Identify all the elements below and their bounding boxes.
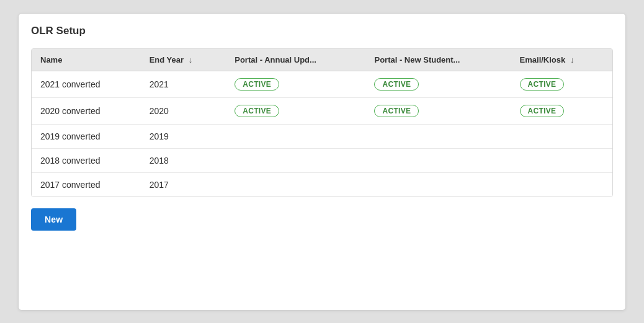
col-header-portal-annual[interactable]: Portal - Annual Upd... xyxy=(226,49,365,71)
cell-end_year: 2020 xyxy=(141,97,226,124)
cell-portal_annual: ACTIVE xyxy=(226,97,365,124)
cell-email_kiosk xyxy=(511,148,612,172)
table-header-row: Name End Year ↓ Portal - Annual Upd... P… xyxy=(32,49,612,71)
cell-portal_new_student: ACTIVE xyxy=(365,71,511,97)
cell-email_kiosk xyxy=(511,124,612,148)
cell-email_kiosk xyxy=(511,172,612,197)
cell-end_year: 2019 xyxy=(141,124,226,148)
cell-name: 2017 converted xyxy=(32,172,141,197)
sort-arrow-end-year: ↓ xyxy=(189,55,193,64)
active-badge: ACTIVE xyxy=(520,105,565,117)
cell-portal_annual xyxy=(226,148,365,172)
cell-portal_annual xyxy=(226,124,365,148)
table-row[interactable]: 2017 converted2017 xyxy=(32,172,612,197)
cell-name: 2020 converted xyxy=(32,97,141,124)
col-header-end-year[interactable]: End Year ↓ xyxy=(141,49,226,71)
cell-portal_new_student xyxy=(365,148,511,172)
new-button[interactable]: New xyxy=(31,208,76,231)
cell-name: 2018 converted xyxy=(32,148,141,172)
cell-name: 2021 converted xyxy=(32,71,141,97)
active-badge: ACTIVE xyxy=(520,78,565,91)
active-badge: ACTIVE xyxy=(235,105,279,117)
main-card: OLR Setup Name End Year ↓ Portal - Annua… xyxy=(18,13,626,311)
table-container: Name End Year ↓ Portal - Annual Upd... P… xyxy=(31,48,613,197)
col-header-portal-new-student[interactable]: Portal - New Student... xyxy=(365,49,511,71)
table-row[interactable]: 2020 converted2020ACTIVEACTIVEACTIVE xyxy=(32,97,612,124)
active-badge: ACTIVE xyxy=(235,78,279,91)
table-row[interactable]: 2021 converted2021ACTIVEACTIVEACTIVE xyxy=(32,71,612,97)
scroll-wrapper[interactable]: Name End Year ↓ Portal - Annual Upd... P… xyxy=(32,49,612,197)
table-row[interactable]: 2018 converted2018 xyxy=(32,148,612,172)
cell-end_year: 2017 xyxy=(141,172,226,197)
cell-portal_new_student xyxy=(365,172,511,197)
cell-end_year: 2021 xyxy=(141,71,226,97)
cell-portal_annual: ACTIVE xyxy=(226,71,365,97)
page-title: OLR Setup xyxy=(31,25,613,37)
table-row[interactable]: 2019 converted2019 xyxy=(32,124,612,148)
cell-end_year: 2018 xyxy=(141,148,226,172)
col-header-name[interactable]: Name xyxy=(32,49,141,71)
cell-portal_annual xyxy=(226,172,365,197)
cell-email_kiosk: ACTIVE xyxy=(511,71,612,97)
cell-portal_new_student xyxy=(365,124,511,148)
active-badge: ACTIVE xyxy=(374,105,419,117)
cell-name: 2019 converted xyxy=(32,124,141,148)
cell-email_kiosk: ACTIVE xyxy=(511,97,612,124)
col-header-email-kiosk[interactable]: Email/Kiosk ↓ xyxy=(511,49,612,71)
sort-arrow-email-kiosk: ↓ xyxy=(570,55,575,64)
active-badge: ACTIVE xyxy=(374,78,419,91)
olr-table: Name End Year ↓ Portal - Annual Upd... P… xyxy=(32,49,612,197)
cell-portal_new_student: ACTIVE xyxy=(365,97,511,124)
